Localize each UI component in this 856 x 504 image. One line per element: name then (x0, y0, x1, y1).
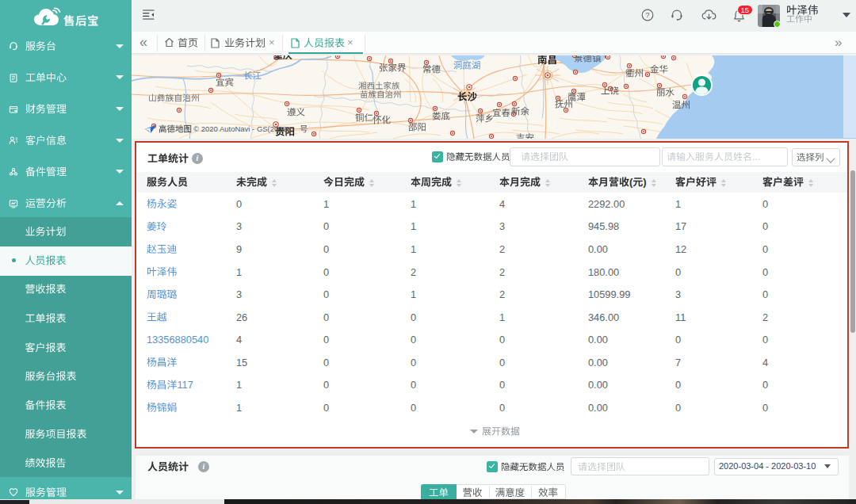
svg-text:© 2020 AutoNavi - GS(2018: © 2020 AutoNavi - GS(2018 (193, 124, 287, 133)
